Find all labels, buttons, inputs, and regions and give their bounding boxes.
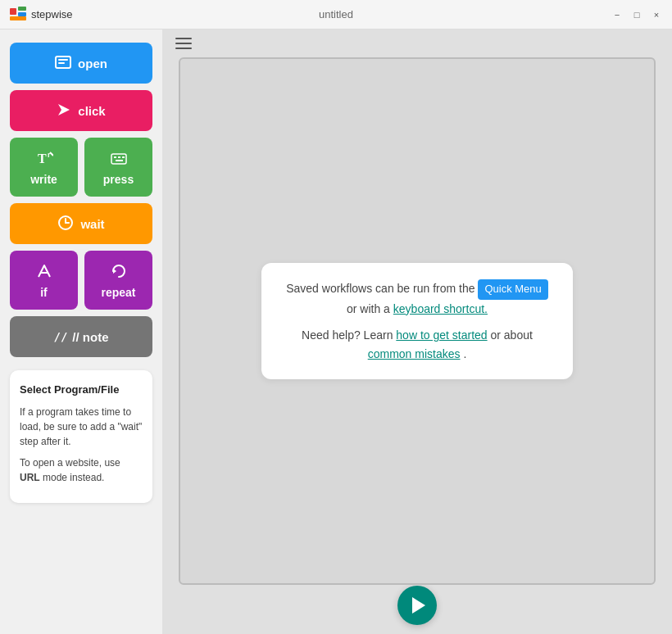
tooltip-line2-prefix: To open a website, use [20,457,120,469]
write-label: write [30,173,57,186]
svg-rect-1 [18,7,26,11]
click-icon [57,102,71,120]
window-title: untitled [319,8,353,20]
svg-rect-11 [111,154,126,164]
press-label: press [103,173,134,186]
tooltip-line2-end: mode instead. [43,472,104,483]
content-header [162,29,672,57]
wait-label: wait [80,217,104,231]
repeat-button[interactable]: repeat [84,251,152,310]
bottom-bar [162,585,672,634]
info-line1-prefix: Saved workflows can be run from the [286,282,474,295]
common-mistakes-link[interactable]: common mistakes [368,347,461,360]
svg-rect-15 [116,160,123,161]
open-button[interactable]: open [10,43,152,84]
sidebar: open click T r write [0,29,162,634]
svg-text:T: T [38,152,47,165]
quick-menu-badge[interactable]: Quick Menu [478,279,547,300]
press-button[interactable]: press [84,138,152,197]
svg-rect-6 [58,62,65,64]
close-button[interactable]: × [651,9,662,20]
play-icon [412,597,425,614]
minimize-button[interactable]: − [611,9,623,20]
tooltip-line2: To open a website, use URL mode instead. [20,455,143,485]
maximize-button[interactable]: □ [631,9,642,20]
note-label: // note [72,330,108,344]
keyboard-shortcut-link[interactable]: keyboard shortcut. [393,302,488,315]
svg-rect-2 [18,12,26,16]
open-label: open [78,57,107,70]
svg-rect-14 [122,156,125,158]
app-logo: stepwise [10,7,73,23]
info-line1: Saved workflows can be run from the Quic… [284,279,550,318]
tooltip-box: Select Program/File If a program takes t… [10,370,152,503]
wait-icon [57,215,74,233]
content-area: Saved workflows can be run from the Quic… [162,29,672,634]
repeat-icon [110,262,128,283]
svg-text:r: r [48,151,51,159]
tooltip-line1: If a program takes time to load, be sure… [20,405,143,449]
info-line2-end: . [463,347,466,360]
if-label: if [40,286,48,299]
svg-marker-20 [113,269,116,274]
svg-rect-13 [118,156,120,158]
workflow-canvas: Saved workflows can be run from the Quic… [179,57,656,585]
repeat-label: repeat [101,286,135,299]
tooltip-title: Select Program/File [20,382,143,398]
write-press-row: T r write press [10,138,152,197]
how-to-get-started-link[interactable]: how to get started [396,328,487,342]
titlebar-left: stepwise [10,7,73,23]
svg-rect-0 [10,8,16,15]
hamburger-line2 [175,43,192,44]
app-name-label: stepwise [31,8,73,20]
if-button[interactable]: if [10,251,78,310]
svg-rect-5 [58,59,68,61]
svg-rect-12 [114,156,116,158]
hamburger-line3 [175,48,192,49]
titlebar: stepwise untitled − □ × [0,0,672,29]
play-button[interactable] [397,586,437,625]
window-controls: − □ × [611,9,662,20]
write-button[interactable]: T r write [10,138,78,197]
if-repeat-row: if repeat [10,251,152,310]
svg-marker-7 [58,104,70,115]
main-layout: open click T r write [0,29,672,634]
click-label: click [78,104,105,118]
info-bubble: Saved workflows can be run from the Quic… [261,263,573,379]
tooltip-url-bold: URL [20,472,40,483]
write-icon: T r [35,149,53,170]
info-line2-middle: or about [491,328,533,342]
logo-icon [10,7,26,23]
info-line1-middle: or with a [347,302,393,315]
if-icon [35,262,53,283]
open-icon [55,54,71,73]
info-line2-prefix: Need help? Learn [302,328,396,342]
menu-button[interactable] [175,38,192,49]
note-icon: // [53,330,67,343]
info-line2: Need help? Learn how to get started or a… [284,326,550,363]
press-icon [110,149,128,170]
click-button[interactable]: click [10,90,152,131]
note-button[interactable]: // // note [10,316,152,357]
hamburger-line1 [175,38,192,39]
wait-button[interactable]: wait [10,203,152,244]
svg-line-9 [50,152,53,156]
svg-rect-3 [10,16,26,20]
